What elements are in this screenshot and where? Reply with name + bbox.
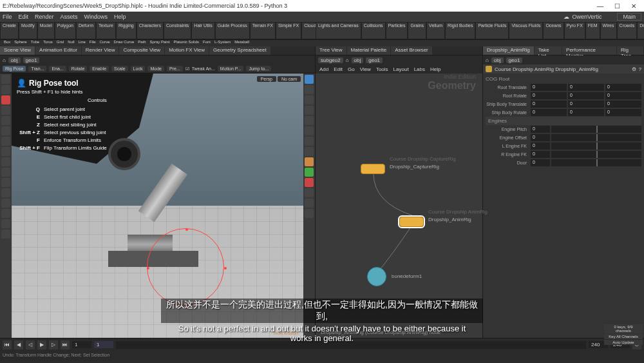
tab-motionfx[interactable]: Motion FX View [165, 46, 209, 55]
slider-door[interactable] [551, 159, 641, 166]
slider-r-engine[interactable] [551, 151, 641, 158]
vptool-r13[interactable] [305, 199, 314, 208]
shelf-polygon[interactable]: Polygon [55, 22, 76, 39]
home-icon[interactable]: ⌂ [486, 57, 489, 63]
node-anim-rig[interactable] [399, 217, 424, 227]
tab-rigtree[interactable]: Rig Tree [617, 46, 643, 55]
gear-icon[interactable]: ⚙ [632, 66, 636, 72]
slider-engine-offset[interactable] [551, 134, 641, 141]
shelf-drive[interactable]: Drive Simulation [637, 22, 644, 39]
shelf-grains[interactable]: Grains [408, 22, 426, 39]
minimize-button[interactable]: — [592, 1, 608, 10]
tool-font[interactable]: Font [202, 40, 212, 46]
net-help[interactable]: Help [430, 66, 440, 72]
vptool-t12[interactable] [1, 230, 10, 239]
vptool-t2[interactable] [1, 126, 10, 135]
vptool-t11[interactable] [1, 219, 10, 228]
vptool-lock[interactable] [1, 95, 10, 104]
tab-animrig[interactable]: Dropship_AnimRig [483, 46, 534, 55]
vptool-r11[interactable] [305, 178, 314, 187]
shelf-pyro[interactable]: Pyro FX [564, 22, 585, 39]
path-geo2[interactable]: geo1 [366, 57, 383, 63]
tool-sphere[interactable]: Sphere [13, 40, 28, 46]
net-view[interactable]: View [360, 66, 371, 72]
vptool-t3[interactable] [1, 137, 10, 146]
shelf-vfluids[interactable]: Viscous Fluids [509, 22, 543, 39]
btn-scale[interactable]: Scale [111, 66, 128, 72]
shelf-guide[interactable]: Guide Process [215, 22, 250, 39]
tool-curve[interactable]: Curve [99, 40, 111, 46]
tl-playrev[interactable]: ◁ [26, 340, 35, 349]
vptool-select[interactable] [1, 75, 10, 84]
sec-engines[interactable]: Engines [486, 117, 641, 125]
menu-windows[interactable]: Windows [84, 14, 108, 20]
btn-mode[interactable]: Mode [147, 66, 164, 72]
slider-l-engine[interactable] [551, 142, 641, 150]
control-point[interactable] [185, 228, 188, 231]
net-tools[interactable]: Tools [376, 66, 388, 72]
tl-first[interactable]: ⏮ [3, 340, 12, 349]
btn-ena[interactable]: Ena... [49, 66, 66, 72]
shelf-deform[interactable]: Deform [76, 22, 96, 39]
vptool-t10[interactable] [1, 209, 10, 218]
tab-takelist[interactable]: Take List [535, 46, 562, 55]
node-bonedeform[interactable] [367, 267, 386, 286]
tab-material[interactable]: Material Palette [347, 46, 391, 55]
btn-rotate[interactable]: Rotate [69, 66, 88, 72]
vptool-t4[interactable] [1, 147, 10, 156]
shelf-particles[interactable]: Particles [386, 22, 408, 39]
path-subgeo[interactable]: subgeo2 [318, 57, 343, 63]
btn-rigpose[interactable]: Rig Pose [3, 66, 26, 72]
net-edit[interactable]: Edit [334, 66, 343, 72]
tool-grid[interactable]: Grid [55, 40, 65, 46]
key-all-btn[interactable]: Key All Channels [604, 334, 643, 339]
tl-start[interactable]: 1 [72, 341, 91, 348]
vptool-r4[interactable] [305, 106, 314, 115]
path-obj[interactable]: obj [8, 57, 21, 63]
vptool-t8[interactable] [1, 188, 10, 197]
control-point[interactable] [224, 267, 227, 270]
tl-prev[interactable]: ◀ [14, 340, 23, 349]
path-obj3[interactable]: obj [491, 57, 504, 63]
cloud-icon[interactable]: ☁ [564, 14, 569, 20]
control-point[interactable] [147, 267, 149, 270]
net-add[interactable]: Add [319, 66, 328, 72]
vptool-t7[interactable] [1, 178, 10, 187]
tab-scene-view[interactable]: Scene View [0, 46, 35, 55]
net-go[interactable]: Go [348, 66, 355, 72]
auto-update-btn[interactable]: Auto Update [604, 340, 643, 345]
vptool-t6[interactable] [1, 168, 10, 177]
tool-file[interactable]: File [88, 40, 97, 46]
tool-spray[interactable]: Spray Paint [149, 40, 171, 46]
desktop-dropdown[interactable]: Main [617, 13, 641, 21]
shelf-characters[interactable]: Characters [137, 22, 164, 39]
vptool-r10[interactable] [305, 168, 314, 177]
tl-next[interactable]: ▷ [49, 340, 58, 349]
vptool-snap[interactable] [1, 106, 10, 115]
vptool-r14[interactable] [305, 209, 314, 218]
shelf-model[interactable]: Model [37, 22, 55, 39]
shelf-fem[interactable]: FEM [585, 22, 600, 39]
tl-play[interactable]: ▶ [37, 340, 46, 349]
shelf-simplefx[interactable]: Simple FX [276, 22, 301, 39]
tl-frame[interactable]: 1 [94, 341, 113, 348]
menu-render[interactable]: Render [35, 14, 54, 20]
vptool-r12[interactable] [305, 188, 314, 197]
shelf-vellum[interactable]: Vellum [426, 22, 445, 39]
tab-tree-view[interactable]: Tree View [316, 46, 346, 55]
btn-lock[interactable]: Lock [131, 66, 146, 72]
shelf-rigging[interactable]: Rigging [116, 22, 137, 39]
vptool-t1[interactable] [1, 116, 10, 125]
vptool-t9[interactable] [1, 199, 10, 208]
check-tweak[interactable]: ☑ [185, 66, 189, 72]
btn-pre[interactable]: Pre... [167, 66, 183, 72]
menu-file[interactable]: File [3, 14, 12, 20]
shelf-create[interactable]: Create [0, 22, 19, 39]
tool-box[interactable]: Box [3, 40, 12, 46]
shelf-modify[interactable]: Modify [19, 22, 37, 39]
tab-asset-browser[interactable]: Asset Browser [391, 46, 432, 55]
vptool-r5[interactable] [305, 116, 314, 125]
btn-jump[interactable]: Jump to... [246, 66, 271, 72]
vptool-arrow[interactable] [1, 85, 10, 94]
menu-help[interactable]: Help [114, 14, 126, 20]
